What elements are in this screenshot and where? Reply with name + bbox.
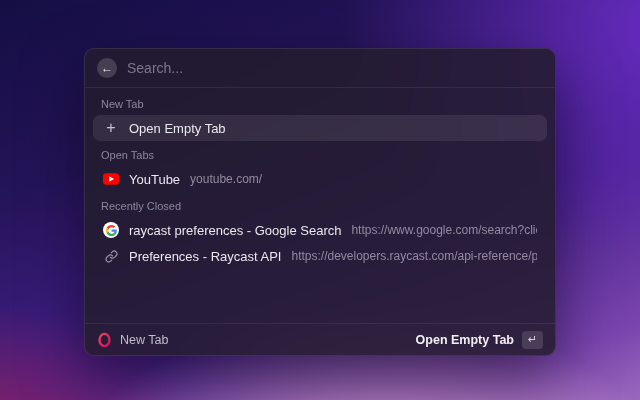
empty-space <box>93 269 547 323</box>
list-item-youtube-tab[interactable]: YouTube youtube.com/ <box>93 166 547 192</box>
item-url: https://www.google.com/search?client=ope… <box>351 223 537 237</box>
list-item-raycast-api[interactable]: Preferences - Raycast API https://develo… <box>93 243 547 269</box>
item-title: Preferences - Raycast API <box>129 249 281 264</box>
google-favicon <box>103 222 119 238</box>
item-url: https://developers.raycast.com/api-refer… <box>291 249 537 263</box>
results-list: New Tab + Open Empty Tab Open Tabs YouTu… <box>85 88 555 323</box>
youtube-favicon <box>103 171 119 187</box>
desktop-background: { "header": { "back_icon": "←", "search_… <box>0 0 640 400</box>
command-palette-window: ← New Tab + Open Empty Tab Open Tabs You… <box>84 48 556 356</box>
opera-logo-icon <box>97 332 112 348</box>
status-bar: New Tab Open Empty Tab ↵ <box>85 324 555 355</box>
search-header: ← <box>85 49 555 87</box>
item-url: youtube.com/ <box>190 172 537 186</box>
section-label-open-tabs: Open Tabs <box>93 141 547 166</box>
link-icon <box>103 248 119 264</box>
enter-key-icon: ↵ <box>522 331 543 349</box>
search-input[interactable] <box>127 60 543 76</box>
primary-action-button[interactable]: Open Empty Tab ↵ <box>416 331 543 349</box>
back-button[interactable]: ← <box>97 58 117 78</box>
item-title: Open Empty Tab <box>129 121 226 136</box>
footer-app-label: New Tab <box>120 333 168 347</box>
item-title: raycast preferences - Google Search <box>129 223 341 238</box>
item-title: YouTube <box>129 172 180 187</box>
primary-action-label: Open Empty Tab <box>416 333 514 347</box>
list-item-open-empty-tab[interactable]: + Open Empty Tab <box>93 115 547 141</box>
section-label-recently-closed: Recently Closed <box>93 192 547 217</box>
list-item-google-search[interactable]: raycast preferences - Google Search http… <box>93 217 547 243</box>
back-arrow-icon: ← <box>101 62 113 74</box>
section-label-new-tab: New Tab <box>93 90 547 115</box>
plus-icon: + <box>103 120 119 136</box>
